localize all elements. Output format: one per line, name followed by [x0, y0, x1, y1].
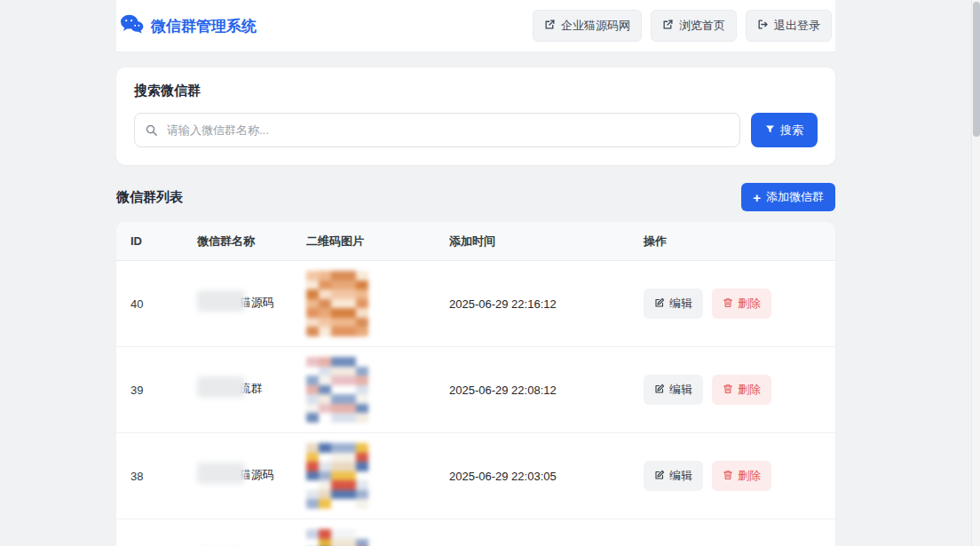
edit-icon — [654, 297, 665, 311]
search-panel: 搜索微信群 搜索 — [116, 67, 835, 165]
list-bar: 微信群列表 + 添加微信群 — [116, 183, 835, 211]
table-row: 39 流群 2025-06-29 22:08:12 编辑 — [116, 347, 835, 433]
col-qr: 二维码图片 — [306, 233, 449, 249]
search-panel-title: 搜索微信群 — [134, 83, 818, 99]
brand: 微信群管理系统 — [120, 13, 257, 38]
delete-button[interactable]: 删除 — [712, 289, 771, 319]
row-qr-cell — [306, 271, 449, 336]
row-qr-cell — [306, 357, 449, 423]
edit-button[interactable]: 编辑 — [644, 461, 703, 491]
add-group-button[interactable]: + 添加微信群 — [741, 183, 835, 211]
qr-code-image — [306, 271, 368, 336]
row-actions: 编辑 删除 — [644, 461, 821, 491]
delete-label: 删除 — [738, 382, 761, 398]
trash-icon — [723, 384, 733, 397]
col-actions: 操作 — [644, 233, 821, 249]
scrollbar[interactable] — [971, 0, 980, 546]
col-name: 微信群名称 — [197, 233, 306, 249]
qr-code-image — [306, 529, 368, 546]
censored-blur — [197, 376, 245, 398]
table-row: 40 猫源码 2025-06-29 22:16:12 编辑 — [116, 261, 835, 347]
nav-label: 浏览首页 — [679, 18, 725, 34]
header: 微信群管理系统 企业猫源码网 浏览首页 — [116, 0, 835, 52]
nav-source-site-button[interactable]: 企业猫源码网 — [533, 10, 642, 42]
scrollbar-thumb[interactable] — [973, 2, 980, 137]
edit-label: 编辑 — [669, 468, 692, 484]
row-actions: 编辑 删除 — [644, 375, 821, 405]
plus-icon: + — [753, 191, 761, 204]
row-id: 39 — [130, 384, 197, 397]
delete-label: 删除 — [738, 468, 761, 484]
row-added-time: 2025-06-29 22:03:05 — [449, 470, 644, 483]
table-row: 37 小分群 2025-06-29 22:02:40 编辑 — [116, 519, 835, 546]
edit-button[interactable]: 编辑 — [644, 375, 703, 405]
edit-label: 编辑 — [669, 296, 692, 312]
filter-icon — [765, 123, 775, 137]
row-qr-cell — [306, 443, 449, 509]
row-group-name: 流群 — [197, 379, 306, 400]
table-row: 38 猫源码 2025-06-29 22:03:05 编辑 — [116, 433, 835, 519]
edit-button[interactable]: 编辑 — [644, 289, 703, 319]
censored-blur — [197, 463, 245, 484]
external-link-icon — [544, 19, 556, 33]
edit-label: 编辑 — [669, 382, 692, 398]
logout-icon — [757, 19, 769, 33]
header-nav: 企业猫源码网 浏览首页 退出登录 — [533, 10, 832, 42]
nav-home-button[interactable]: 浏览首页 — [651, 10, 737, 42]
external-link-icon — [662, 19, 674, 33]
row-group-name: 猫源码 — [197, 293, 306, 314]
logout-button[interactable]: 退出登录 — [746, 10, 832, 42]
trash-icon — [723, 470, 733, 483]
col-added: 添加时间 — [449, 233, 644, 249]
table-body: 40 猫源码 2025-06-29 22:16:12 编辑 — [116, 261, 835, 546]
qr-code-image — [306, 443, 368, 509]
row-group-name: 猫源码 — [197, 465, 306, 487]
search-button[interactable]: 搜索 — [751, 113, 818, 147]
censored-blur — [197, 290, 245, 312]
nav-label: 退出登录 — [774, 18, 820, 34]
row-added-time: 2025-06-29 22:08:12 — [449, 384, 644, 397]
edit-icon — [654, 384, 665, 397]
search-box — [134, 113, 740, 147]
wechat-logo-icon — [120, 13, 144, 38]
table-header-row: ID 微信群名称 二维码图片 添加时间 操作 — [116, 222, 835, 261]
row-qr-cell — [306, 529, 449, 546]
row-id: 40 — [130, 297, 197, 311]
qr-code-image — [306, 357, 368, 423]
delete-button[interactable]: 删除 — [712, 375, 771, 405]
search-button-label: 搜索 — [780, 123, 803, 138]
nav-label: 企业猫源码网 — [561, 18, 630, 34]
row-added-time: 2025-06-29 22:16:12 — [449, 297, 644, 311]
row-actions: 编辑 删除 — [644, 289, 821, 319]
col-id: ID — [130, 234, 197, 248]
page-container: 微信群管理系统 企业猫源码网 浏览首页 — [116, 0, 835, 546]
row-id: 38 — [130, 470, 197, 483]
add-group-label: 添加微信群 — [766, 189, 824, 205]
delete-label: 删除 — [738, 296, 761, 312]
page-title: 微信群管理系统 — [151, 16, 257, 36]
edit-icon — [654, 470, 665, 483]
search-input[interactable] — [134, 113, 740, 147]
delete-button[interactable]: 删除 — [712, 461, 771, 491]
group-table: ID 微信群名称 二维码图片 添加时间 操作 40 猫源码 2025-06-29… — [116, 222, 835, 546]
list-title: 微信群列表 — [116, 189, 183, 206]
trash-icon — [723, 297, 733, 311]
